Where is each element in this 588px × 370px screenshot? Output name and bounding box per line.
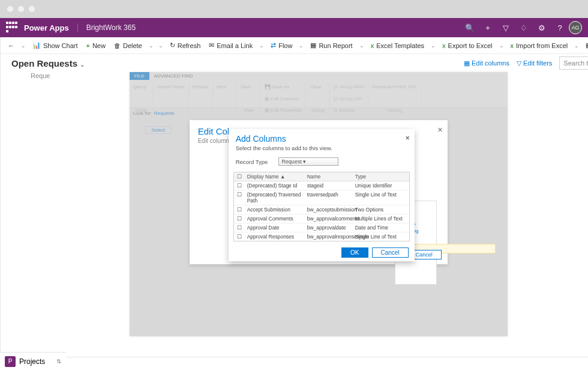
table-row[interactable]: ☐(Deprecated) Stage IdstageidUnique Iden… xyxy=(234,181,409,190)
type-cell: Multiple Lines of Text xyxy=(353,214,409,223)
table-row[interactable]: ☐Approval Responses JSONbw_approvalrespo… xyxy=(234,232,409,241)
display-name-header[interactable]: Display Name ▲ xyxy=(245,172,305,181)
record-type-select[interactable]: Request ▾ xyxy=(278,157,338,166)
notifications-icon[interactable]: ♢ xyxy=(515,19,533,37)
display-name-cell: Approval Date xyxy=(245,223,305,232)
name-cell: traversedpath xyxy=(305,190,353,205)
chevron-down-icon[interactable]: ⌄ xyxy=(147,43,155,49)
type-cell: Two Options xyxy=(353,205,409,214)
select-all-checkbox[interactable]: ☐ xyxy=(234,172,245,181)
cmd-delete[interactable]: 🗑Delete xyxy=(110,40,146,51)
environment-name[interactable]: BrightWork 365 xyxy=(77,23,136,32)
cmd-excel-templates[interactable]: xExcel Templates xyxy=(367,40,428,51)
app-title: Power Apps xyxy=(24,23,69,32)
chevron-updown-icon: ⇅ xyxy=(56,358,61,365)
cmd-icon: ▦ xyxy=(586,41,588,49)
area-icon: P xyxy=(5,356,16,367)
chevron-down-icon[interactable]: ⌄ xyxy=(358,43,366,49)
name-header[interactable]: Name xyxy=(305,172,353,181)
mac-close[interactable] xyxy=(7,6,13,12)
cmd-icon: 🗑 xyxy=(114,42,121,49)
ok-button[interactable]: OK xyxy=(341,247,368,258)
cmd-create-view[interactable]: ▦Create view xyxy=(582,40,588,51)
chevron-down-icon[interactable]: ⌄ xyxy=(157,43,165,49)
name-cell: bw_approvalcomments xyxy=(305,214,353,223)
filter-icon[interactable]: ▽ xyxy=(497,19,515,37)
columns-table: ☐ Display Name ▲ Name Type ☐(Deprecated)… xyxy=(233,172,410,241)
type-cell: Single Line of Text xyxy=(353,232,409,241)
table-row[interactable]: ☐Accept Submissionbw_acceptsubmissionTwo… xyxy=(234,205,409,214)
name-cell: bw_acceptsubmission xyxy=(305,205,353,214)
cmd-show-chart[interactable]: 📊Show Chart xyxy=(29,40,81,51)
cmd-icon: + xyxy=(86,42,89,49)
d365-screenshot: Microsoft | Dynamics 365 FILE ADVANCED F… xyxy=(130,72,508,336)
area-switcher[interactable]: P Projects ⇅ xyxy=(0,352,66,370)
table-row[interactable]: ☐Approval Commentsbw_approvalcommentsMul… xyxy=(234,214,409,223)
display-name-cell: (Deprecated) Traversed Path xyxy=(245,190,305,205)
cmd-run-report[interactable]: ▦Run Report xyxy=(307,40,356,51)
help-icon[interactable]: ? xyxy=(551,19,569,37)
display-name-cell: Approval Comments xyxy=(245,214,305,223)
chevron-down-icon: ⌄ xyxy=(80,61,85,68)
cmd-back[interactable]: ← xyxy=(4,40,18,51)
cmd-import-from-excel[interactable]: xImport from Excel xyxy=(507,40,572,51)
display-name-cell: Approval Responses JSON xyxy=(245,232,305,241)
add-columns-title: Add Columns xyxy=(236,134,407,144)
cmd-new[interactable]: +New xyxy=(82,40,109,51)
waffle-icon[interactable] xyxy=(6,22,18,34)
chevron-down-icon[interactable]: ⌄ xyxy=(429,43,437,49)
status-bar: 0 - 0 of 0 |⟨ ⟨ Page 1 ⟩ xyxy=(1,357,588,370)
table-row[interactable]: ☐(Deprecated) Traversed Pathtraversedpat… xyxy=(234,190,409,205)
name-cell: bw_approvalresponsesjson xyxy=(305,232,353,241)
cmd-flow[interactable]: ⇄Flow xyxy=(267,40,296,51)
view-header: Open Requests⌄ ▦ Edit columns ▽ Edit fil… xyxy=(1,54,588,72)
cmd-icon: 📊 xyxy=(32,41,41,49)
row-checkbox[interactable]: ☐ xyxy=(234,232,245,241)
search-input[interactable]: Search this view🔍 xyxy=(559,56,588,70)
close-icon[interactable]: × xyxy=(406,134,410,142)
cancel-button[interactable]: Cancel xyxy=(372,247,409,258)
type-cell: Unique Identifier xyxy=(353,181,409,190)
command-bar: ←⌄📊Show Chart+New🗑Delete⌄⌄↻Refresh✉Email… xyxy=(1,37,588,54)
chevron-down-icon[interactable]: ⌄ xyxy=(19,43,28,49)
cmd-icon: x xyxy=(442,42,446,49)
row-checkbox[interactable]: ☐ xyxy=(234,190,245,205)
name-cell: stageid xyxy=(305,181,353,190)
chevron-down-icon[interactable]: ⌄ xyxy=(297,43,305,49)
main-area: ←⌄📊Show Chart+New🗑Delete⌄⌄↻Refresh✉Email… xyxy=(1,37,588,370)
chevron-down-icon[interactable]: ⌄ xyxy=(257,43,266,49)
type-header[interactable]: Type xyxy=(353,172,409,181)
mac-min[interactable] xyxy=(18,6,24,12)
add-icon[interactable]: + xyxy=(479,19,497,37)
chevron-down-icon[interactable]: ⌄ xyxy=(572,43,581,49)
row-checkbox[interactable]: ☐ xyxy=(234,223,245,232)
row-checkbox[interactable]: ☐ xyxy=(234,214,245,223)
cmd-email-a-link[interactable]: ✉Email a Link xyxy=(205,40,256,51)
table-row[interactable]: ☐Approval Datebw_approvaldateDate and Ti… xyxy=(234,223,409,232)
row-checkbox[interactable]: ☐ xyxy=(234,205,245,214)
close-icon[interactable]: × xyxy=(437,125,442,135)
add-columns-dialog: × Add Columns Select the columns to add … xyxy=(229,129,415,261)
add-columns-sub: Select the columns to add to this view. xyxy=(236,145,407,151)
row-checkbox[interactable]: ☐ xyxy=(234,181,245,190)
cmd-icon: x xyxy=(511,42,514,49)
cmd-icon: ⇄ xyxy=(271,41,276,49)
display-name-cell: (Deprecated) Stage Id xyxy=(245,181,305,190)
mac-max[interactable] xyxy=(29,6,35,12)
type-cell: Single Line of Text xyxy=(353,190,409,205)
cmd-icon: ▦ xyxy=(310,41,316,49)
display-name-cell: Accept Submission xyxy=(245,205,305,214)
chevron-down-icon[interactable]: ⌄ xyxy=(497,43,506,49)
record-type-label: Record Type xyxy=(236,159,268,165)
search-icon[interactable]: 🔍 xyxy=(461,19,479,37)
area-label: Projects xyxy=(19,357,45,366)
edit-columns-link[interactable]: ▦ Edit columns xyxy=(464,59,509,67)
edit-filters-link[interactable]: ▽ Edit filters xyxy=(517,59,552,67)
avatar[interactable]: AG xyxy=(569,21,582,34)
type-cell: Date and Time xyxy=(353,223,409,232)
settings-icon[interactable]: ⚙ xyxy=(533,19,551,37)
window-chrome xyxy=(0,0,588,18)
view-title[interactable]: Open Requests⌄ xyxy=(11,58,85,68)
cmd-export-to-excel[interactable]: xExport to Excel xyxy=(439,40,496,51)
cmd-refresh[interactable]: ↻Refresh xyxy=(166,40,205,51)
